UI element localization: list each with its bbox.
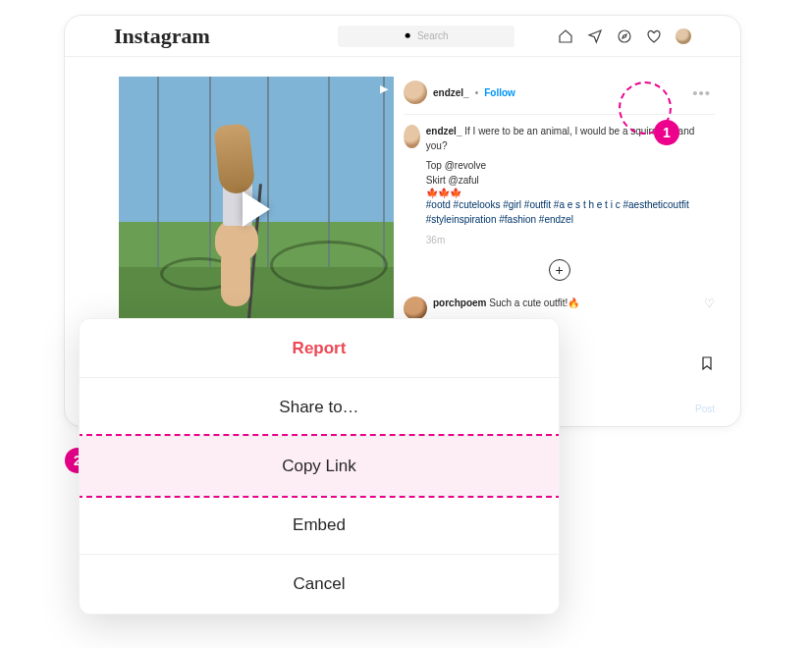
svg-point-2 [619,30,630,42]
post-time: 36m [426,235,715,245]
messages-icon[interactable] [587,28,603,44]
caption-emoji: 🍁🍁🍁 [426,188,715,198]
decor [383,77,385,267]
post-comment-button[interactable]: Post [695,404,715,414]
decor [270,241,388,290]
profile-avatar-icon[interactable] [676,28,691,44]
search-placeholder: Search [417,30,449,41]
caption-username[interactable]: endzel_ [426,126,462,136]
home-icon[interactable] [558,28,573,44]
top-bar: Instagram Search [65,16,740,57]
instagram-logo[interactable]: Instagram [114,24,210,49]
play-icon[interactable] [243,191,270,227]
follow-button[interactable]: Follow [484,87,515,98]
activity-icon[interactable] [646,28,662,44]
share-to-option[interactable]: Share to… [80,378,559,437]
cancel-option[interactable]: Cancel [80,555,559,614]
options-dialog: Report Share to… Copy Link Embed Cancel [79,318,560,615]
nav-icons [558,28,691,44]
decor [157,77,159,267]
comment-avatar[interactable] [404,297,427,320]
video-badge-icon: ▶ [380,82,388,95]
hashtags[interactable]: #ootd #cutelooks #girl #outfit #a e s t … [426,198,715,227]
copy-link-option[interactable]: Copy Link [80,437,559,496]
post-more-button[interactable]: ••• [688,84,715,101]
poster-avatar[interactable] [404,81,427,104]
report-option[interactable]: Report [80,319,559,378]
svg-point-0 [406,32,410,37]
callout-badge-1: 1 [654,120,679,145]
decor [195,125,274,331]
comment-text: Such a cute outfit!🔥 [489,297,579,308]
decor [328,77,330,267]
explore-icon[interactable] [617,28,632,44]
tagged-people-button[interactable]: + [549,259,570,281]
search-input[interactable]: Search [338,26,514,47]
like-comment-icon[interactable]: ♡ [704,297,715,310]
caption-body: Top @revolve Skirt @zaful [426,159,715,188]
save-icon[interactable] [699,355,715,371]
poster-username[interactable]: endzel_ [433,87,469,98]
comment-username[interactable]: porchpoem [433,297,486,308]
search-icon [404,31,413,41]
post-media[interactable]: ▶ [119,77,394,342]
svg-line-1 [409,37,411,39]
poster-avatar-small[interactable] [404,125,420,148]
poster-row: endzel_ • Follow ••• [404,77,715,115]
embed-option[interactable]: Embed [80,496,559,555]
